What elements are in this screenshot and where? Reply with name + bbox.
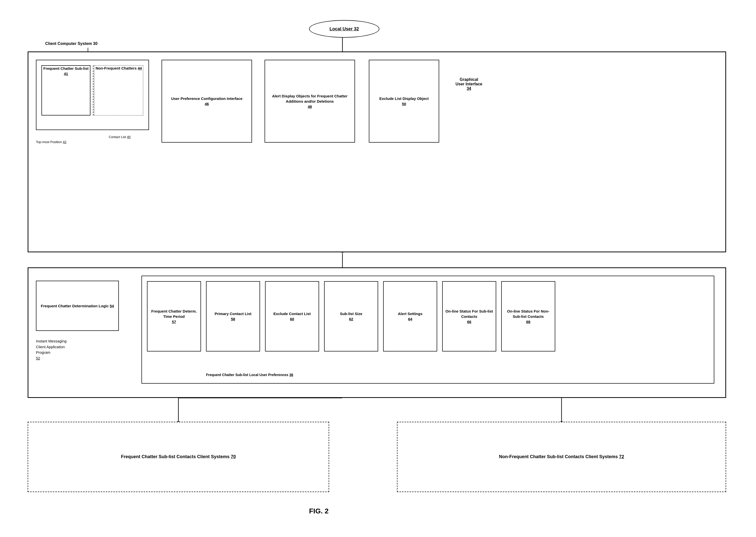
primary-contact-list-box: Primary Contact List58 — [206, 281, 260, 351]
bottom-box-right: Non-Frequent Chatter Sub-list Contacts C… — [397, 422, 726, 492]
online-nonsublist-contacts-box: On-line Status For Non-Sub-list Contacts… — [501, 281, 555, 351]
fc-determ-time-title: Frequent Chatter Determ. Time Period57 — [150, 309, 198, 324]
primary-contact-list-title: Primary Contact List58 — [215, 311, 251, 322]
local-user-oval: Local User 32 — [309, 20, 379, 38]
exclude-contact-list-title: Exclude Contact List60 — [273, 311, 311, 322]
lower-outer-box: Frequent Chatter Determination Logic 54 … — [28, 268, 726, 398]
local-user-label: Local User 32 — [330, 26, 359, 32]
fig-label: FIG. 2 — [309, 507, 329, 515]
online-sublist-contacts-box: On-line Status For Sub-list Contacts66 — [442, 281, 496, 351]
sublist-size-title: Sub-list Size62 — [340, 311, 362, 322]
exclude-contact-list-box: Exclude Contact List60 — [265, 281, 319, 351]
fcdl-title: Frequent Chatter Determination Logic 54 — [41, 303, 114, 309]
contact-list-annotation: Contact List 40 — [109, 135, 131, 139]
main-outer-box: Frequent Chatter Sub-list 41 Non-Frequen… — [28, 52, 726, 252]
contact-list-divider — [93, 65, 93, 115]
prefs-inner-box: Frequent Chatter Determ. Time Period57 P… — [142, 276, 714, 384]
fcsup-label: Frequent Chatter Sub-list Local User Pre… — [206, 373, 293, 377]
freq-chatter-sublist-title: Frequent Chatter Sub-list 41 — [42, 66, 90, 76]
bottom-right-title: Non-Frequent Chatter Sub-list Contacts C… — [499, 454, 624, 460]
user-pref-config-title: User Preference Configuration Interface4… — [171, 96, 243, 106]
fcdl-box: Frequent Chatter Determination Logic 54 — [36, 281, 119, 331]
client-system-label: Client Computer System 30 — [45, 41, 98, 46]
exclude-list-box: Exclude List Display Object50 — [369, 60, 439, 143]
top-most-annotation: Top-most Position 42 — [36, 140, 66, 144]
bottom-box-left: Frequent Chatter Sub-list Contacts Clien… — [28, 422, 329, 492]
exclude-list-title: Exclude List Display Object50 — [379, 96, 429, 106]
freq-chatter-sublist-box: Frequent Chatter Sub-list 41 — [41, 65, 90, 115]
imcap-label: Instant MessagingClient ApplicationProgr… — [36, 338, 67, 361]
sublist-size-box: Sub-list Size62 — [324, 281, 378, 351]
bottom-left-title: Frequent Chatter Sub-list Contacts Clien… — [121, 454, 236, 460]
contact-list-box: Frequent Chatter Sub-list 41 Non-Frequen… — [36, 60, 149, 130]
diagram-container: Local User 32 Client Computer System 30 … — [20, 15, 736, 530]
non-freq-chatters-title: Non-Frequent Chatters 44 — [95, 65, 143, 71]
fc-determ-time-box: Frequent Chatter Determ. Time Period57 — [147, 281, 201, 351]
alert-settings-title: Alert Settings64 — [398, 311, 422, 322]
gui-label: GraphicalUser Interface34 — [456, 77, 482, 91]
online-sublist-contacts-title: On-line Status For Sub-list Contacts66 — [445, 309, 493, 324]
online-nonsublist-contacts-title: On-line Status For Non-Sub-list Contacts… — [504, 309, 552, 324]
alert-display-title: Alert Display Objects for Frequent Chatt… — [269, 93, 351, 109]
alert-display-box: Alert Display Objects for Frequent Chatt… — [265, 60, 355, 143]
non-freq-chatters-box: Non-Frequent Chatters 44 — [94, 65, 143, 115]
alert-settings-box: Alert Settings64 — [383, 281, 437, 351]
user-pref-config-box: User Preference Configuration Interface4… — [161, 60, 252, 143]
